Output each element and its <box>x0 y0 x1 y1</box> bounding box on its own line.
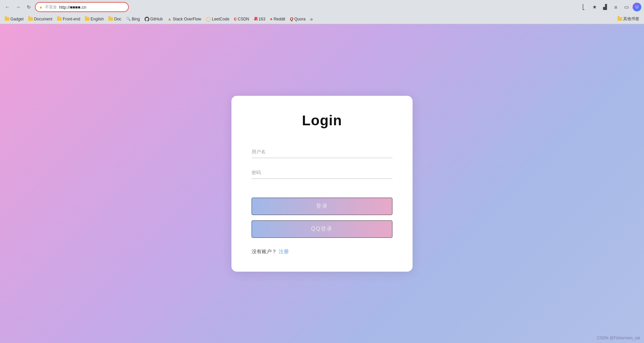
nav-right-icons: ⎣ ★ ▟ ≡ ▭ U <box>579 2 641 12</box>
bookmark-quora[interactable]: Q Quora <box>288 16 307 22</box>
browser-frame: ← → ↻ ▲ 不安全 ⎣ ★ ▟ ≡ ▭ U Gadget Document <box>0 0 644 343</box>
share-button[interactable]: ⎣ <box>579 2 588 12</box>
bookmark-github[interactable]: GitHub <box>143 16 165 22</box>
leetcode-icon: ◯ <box>206 16 211 21</box>
folder-icon <box>28 17 33 21</box>
back-button[interactable]: ← <box>3 2 12 12</box>
bookmark-label: LeetCode <box>212 17 229 21</box>
forward-button[interactable]: → <box>13 2 23 12</box>
password-input[interactable] <box>252 166 392 179</box>
bookmark-label: Document <box>34 17 52 21</box>
folder-icon <box>108 17 113 21</box>
bookmark-label: Front-end <box>63 17 80 21</box>
bookmark-label: CSDN <box>238 17 249 21</box>
bookmark-frontend[interactable]: Front-end <box>55 16 82 22</box>
bookmark-leetcode[interactable]: ◯ LeetCode <box>204 16 231 22</box>
reddit-icon: ● <box>270 16 273 21</box>
reload-button[interactable]: ↻ <box>24 2 34 12</box>
github-icon <box>145 17 149 21</box>
nav-bar: ← → ↻ ▲ 不安全 ⎣ ★ ▟ ≡ ▭ U <box>0 0 644 14</box>
bookmark-label: GitHub <box>150 17 163 21</box>
bookmark-label: Bing <box>132 17 140 21</box>
bookmark-label: English <box>91 17 104 21</box>
more-label: » <box>310 16 313 22</box>
bookmark-doc[interactable]: Doc <box>106 16 123 22</box>
bookmark-label: Reddit <box>274 17 285 21</box>
bookmark-document[interactable]: Document <box>26 16 54 22</box>
bookmark-163[interactable]: 易 163 <box>252 16 267 22</box>
login-button[interactable]: 登录 <box>252 198 392 215</box>
extensions-button[interactable]: ▟ <box>600 2 610 12</box>
bookmark-label: Stack OverFlow <box>173 17 201 21</box>
bookmark-reddit[interactable]: ● Reddit <box>268 16 287 22</box>
warning-icon: ▲ <box>39 5 43 9</box>
split-view-button[interactable]: ▭ <box>622 2 631 12</box>
folder-icon <box>5 17 9 21</box>
address-bar-container: ▲ 不安全 <box>35 2 129 12</box>
insecure-label: 不安全 <box>45 4 57 10</box>
bookmark-label: 163 <box>259 17 265 21</box>
login-card: Login 登录 QQ登录 没有账户？ 注册 <box>231 96 413 272</box>
bookmark-star-button[interactable]: ★ <box>590 2 599 12</box>
login-title: Login <box>302 113 342 129</box>
quora-icon: Q <box>290 16 293 21</box>
bookmark-label: 其他书签 <box>623 16 639 22</box>
bookmark-english[interactable]: English <box>83 16 106 22</box>
stackoverflow-icon: ▲ <box>167 16 172 21</box>
address-input[interactable] <box>59 5 125 10</box>
register-link[interactable]: 注册 <box>279 249 289 255</box>
login-form: 登录 QQ登录 没有账户？ 注册 <box>252 145 392 255</box>
register-row: 没有账户？ 注册 <box>252 249 392 255</box>
bookmark-gadget[interactable]: Gadget <box>3 16 25 22</box>
username-input[interactable] <box>252 145 392 158</box>
163-icon: 易 <box>254 16 258 21</box>
watermark: CSDN @Fishermen_sai <box>597 336 640 340</box>
bookmark-label: Gadget <box>10 17 23 21</box>
bookmarks-bar: Gadget Document Front-end English Doc 🔍 … <box>0 14 644 24</box>
bookmark-other[interactable]: 其他书签 <box>615 15 641 22</box>
folder-icon <box>85 17 90 21</box>
bookmark-label: Quora <box>294 17 305 21</box>
bookmark-bing[interactable]: 🔍 Bing <box>124 16 142 22</box>
qq-login-button[interactable]: QQ登录 <box>252 220 392 238</box>
bookmark-label: Doc <box>114 17 121 21</box>
bookmark-csdn[interactable]: C CSDN <box>232 16 251 22</box>
no-account-text: 没有账户？ <box>252 249 277 255</box>
csdn-icon: C <box>234 17 237 21</box>
search-icon: 🔍 <box>126 17 131 21</box>
folder-icon <box>57 17 62 21</box>
profile-avatar[interactable]: U <box>633 3 641 11</box>
folder-icon <box>618 17 622 21</box>
bookmark-stackoverflow[interactable]: ▲ Stack OverFlow <box>165 16 203 22</box>
collections-button[interactable]: ≡ <box>611 2 621 12</box>
page-content: Login 登录 QQ登录 没有账户？ 注册 CSDN @Fishermen_s… <box>0 24 644 343</box>
bookmark-more[interactable]: » <box>308 16 315 22</box>
